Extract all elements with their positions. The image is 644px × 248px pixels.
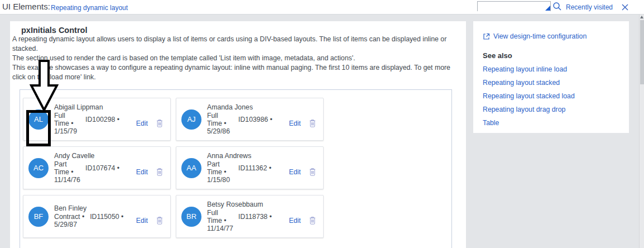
avatar-initials: AA	[181, 158, 201, 178]
avatar-initials: AL	[28, 109, 49, 130]
edit-link[interactable]: Edit	[136, 120, 148, 127]
description-paragraph: A repeating dynamic layout allows users …	[12, 35, 463, 54]
top-header-bar: UI Elements: Repeating dynamic layout Re…	[0, 0, 644, 15]
main-content-panel: pxInitials Control A repeating dynamic l…	[10, 21, 466, 248]
person-name: Betsy Rosebbaum	[207, 201, 316, 208]
sidebar-link-drag-drop[interactable]: Repeating layout drag drop	[483, 106, 623, 113]
person-card: AC Andy Cavelle Part Time • ID107674 • 1…	[23, 146, 171, 189]
avatar-initials: BR	[181, 207, 201, 227]
card-body: Andy Cavelle Part Time • ID107674 • 11/1…	[54, 152, 164, 184]
avatar-initials: BF	[28, 207, 49, 227]
card-meta-fields: Full Time • ID118738 • 11/14/77	[207, 209, 286, 232]
card-meta-row: Part Time • ID111362 • 1/15/80 Edit	[207, 160, 316, 184]
card-meta-fields: Full Time • ID100298 • 1/15/79	[54, 112, 133, 135]
birthdate-label: 5/29/86	[207, 127, 230, 135]
search-input[interactable]	[478, 3, 550, 12]
edit-link[interactable]: Edit	[289, 168, 301, 176]
card-meta-fields: Part Time • ID111362 • 1/15/80	[207, 160, 286, 184]
birthdate-label: 11/14/76	[54, 176, 80, 184]
edit-link[interactable]: Edit	[136, 217, 148, 225]
card-meta-row: Full Time • ID100298 • 1/15/79 Edit	[54, 112, 164, 135]
description-paragraph: The section used to render the card is b…	[12, 54, 463, 63]
card-meta-fields: Full Time • ID103986 • 5/29/86	[207, 112, 286, 135]
employment-label: Full Time •	[207, 112, 233, 127]
trash-icon[interactable]	[309, 216, 316, 225]
trash-icon[interactable]	[309, 119, 316, 128]
design-config-row[interactable]: View design-time configuration	[483, 32, 623, 40]
person-card: AA Anna Andrews Part Time • ID111362 • 1…	[176, 146, 324, 189]
card-meta-row: Full Time • ID103986 • 5/29/86 Edit	[207, 112, 316, 135]
person-id-label: ID115050 •	[90, 213, 123, 221]
trash-icon[interactable]	[156, 216, 164, 225]
person-name: Abigail Lippman	[54, 103, 164, 111]
person-name: Amanda Jones	[207, 103, 316, 111]
card-meta-fields: Contract • ID115050 • 5/29/87	[54, 213, 133, 228]
trash-icon[interactable]	[309, 168, 316, 177]
person-card: AJ Amanda Jones Full Time • ID103986 • 5…	[176, 98, 324, 141]
card-body: Betsy Rosebbaum Full Time • ID118738 • 1…	[207, 201, 316, 232]
person-name: Anna Andrews	[207, 152, 316, 160]
person-id-label: ID100298 •	[85, 116, 119, 123]
description-paragraph: This example showcases a way to configur…	[12, 63, 463, 82]
search-box[interactable]	[477, 1, 551, 11]
edit-link[interactable]: Edit	[289, 217, 301, 225]
person-card: BR Betsy Rosebbaum Full Time • ID118738 …	[176, 195, 324, 238]
scrollbar-thumb[interactable]	[640, 20, 644, 84]
avatar-initials-label: AA	[186, 164, 196, 172]
sidebar-link-table[interactable]: Table	[483, 119, 623, 127]
trash-icon[interactable]	[156, 168, 164, 177]
resize-handle-icon[interactable]	[545, 6, 550, 11]
employment-label: Part Time •	[207, 160, 233, 176]
employment-label: Full Time •	[207, 209, 233, 225]
person-name: Ben Finley	[54, 204, 164, 212]
scroll-up-arrow-icon[interactable]	[640, 16, 643, 18]
breadcrumb-link[interactable]: Repeating dynamic layout	[51, 4, 128, 12]
sidebar-link-stacked-load[interactable]: Repeating layout stacked load	[483, 92, 623, 100]
person-id-label: ID107674 •	[85, 164, 119, 172]
edit-link[interactable]: Edit	[136, 168, 148, 176]
section-heading: pxInitials Control	[21, 26, 466, 35]
employment-label: Part Time •	[54, 160, 80, 176]
repeating-layout-container: AL Abigail Lippman Full Time • ID100298 …	[20, 89, 452, 248]
close-icon[interactable]	[621, 3, 629, 12]
card-meta-fields: Part Time • ID107674 • 11/14/76	[54, 160, 133, 184]
person-card: AL Abigail Lippman Full Time • ID100298 …	[23, 98, 171, 141]
sidebar-link-stacked[interactable]: Repeating layout stacked	[483, 79, 623, 87]
birthdate-label: 5/29/87	[54, 221, 77, 228]
page-title: UI Elements:	[2, 2, 50, 11]
person-id-label: ID118738 •	[238, 213, 272, 221]
card-meta-row: Part Time • ID107674 • 11/14/76 Edit	[54, 160, 164, 184]
view-design-config-link[interactable]: View design-time configuration	[493, 32, 587, 40]
card-body: Amanda Jones Full Time • ID103986 • 5/29…	[207, 103, 316, 135]
birthdate-label: 11/14/77	[207, 225, 233, 232]
edit-link[interactable]: Edit	[289, 120, 301, 127]
card-body: Ben Finley Contract • ID115050 • 5/29/87…	[54, 204, 164, 228]
avatar-initials-label: BF	[34, 212, 44, 221]
person-name: Andy Cavelle	[54, 152, 164, 160]
card-body: Abigail Lippman Full Time • ID100298 • 1…	[54, 103, 164, 135]
birthdate-label: 1/15/80	[207, 176, 230, 184]
external-link-icon	[483, 33, 490, 40]
person-card: BF Ben Finley Contract • ID115050 • 5/29…	[23, 195, 171, 238]
vertical-scrollbar[interactable]	[639, 15, 644, 248]
trash-icon[interactable]	[156, 119, 164, 128]
avatar-initials-label: AC	[33, 164, 44, 172]
employment-label: Full Time •	[54, 112, 80, 127]
avatar-initials: AC	[28, 158, 49, 178]
person-id-label: ID111362 •	[238, 164, 271, 172]
see-also-panel: View design-time configuration See also …	[473, 21, 629, 133]
avatar-initials-label: AJ	[187, 115, 195, 123]
card-meta-row: Contract • ID115050 • 5/29/87 Edit	[54, 213, 164, 228]
search-icon[interactable]	[552, 2, 562, 11]
avatar-initials-label: AL	[34, 115, 43, 123]
avatar-initials-label: BR	[186, 212, 196, 221]
birthdate-label: 1/15/79	[54, 127, 77, 135]
card-meta-row: Full Time • ID118738 • 11/14/77 Edit	[207, 209, 316, 232]
employment-label: Contract •	[54, 213, 84, 221]
avatar-initials: AJ	[181, 109, 201, 130]
card-body: Anna Andrews Part Time • ID111362 • 1/15…	[207, 152, 316, 184]
see-also-heading: See also	[483, 51, 623, 60]
sidebar-link-inline-load[interactable]: Repeating layout inline load	[483, 65, 623, 73]
recently-visited-link[interactable]: Recently visited	[566, 3, 613, 11]
person-id-label: ID103986 •	[238, 116, 272, 123]
